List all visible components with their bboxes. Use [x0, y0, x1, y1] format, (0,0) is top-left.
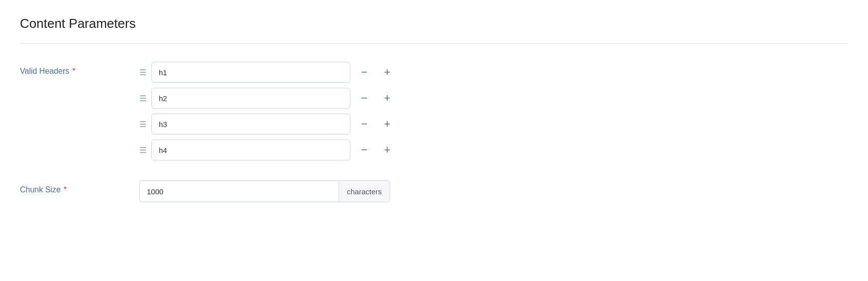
- add-header-4[interactable]: +: [378, 141, 396, 159]
- chunk-size-row: characters: [139, 180, 390, 202]
- header-row-3: ☰ − +: [139, 114, 396, 135]
- header-input-1[interactable]: [151, 62, 350, 83]
- drag-handle-3[interactable]: ☰: [139, 120, 146, 129]
- remove-header-4[interactable]: −: [355, 141, 373, 159]
- drag-handle-2[interactable]: ☰: [139, 94, 146, 103]
- drag-handle-1[interactable]: ☰: [139, 68, 146, 77]
- section-divider: [20, 43, 848, 44]
- header-row-1: ☰ − +: [139, 62, 396, 83]
- chunk-size-section: Chunk Size * characters: [20, 180, 848, 202]
- header-row-2: ☰ − +: [139, 88, 396, 109]
- header-input-3[interactable]: [151, 114, 350, 135]
- chunk-size-input[interactable]: [139, 180, 338, 202]
- valid-headers-inputs: ☰ − + ☰ − + ☰ − + ☰ − +: [139, 62, 396, 160]
- remove-header-3[interactable]: −: [355, 115, 373, 133]
- valid-headers-label: Valid Headers *: [20, 62, 139, 76]
- chunk-size-field-content: characters: [139, 180, 390, 202]
- header-input-4[interactable]: [151, 140, 350, 160]
- drag-handle-4[interactable]: ☰: [139, 145, 146, 155]
- chunk-size-required: *: [64, 185, 67, 194]
- remove-header-1[interactable]: −: [355, 63, 373, 81]
- valid-headers-label-text: Valid Headers: [20, 67, 69, 76]
- chunk-size-label: Chunk Size *: [20, 180, 139, 194]
- add-header-1[interactable]: +: [378, 63, 396, 81]
- page-title: Content Parameters: [20, 16, 848, 31]
- valid-headers-required: *: [72, 67, 75, 76]
- add-header-2[interactable]: +: [378, 89, 396, 107]
- chunk-size-unit: characters: [338, 180, 390, 202]
- header-row-4: ☰ − +: [139, 140, 396, 160]
- chunk-size-label-text: Chunk Size: [20, 185, 61, 194]
- valid-headers-section: Valid Headers * ☰ − + ☰ − + ☰ − + ☰ −: [20, 62, 848, 160]
- add-header-3[interactable]: +: [378, 115, 396, 133]
- remove-header-2[interactable]: −: [355, 89, 373, 107]
- header-input-2[interactable]: [151, 88, 350, 109]
